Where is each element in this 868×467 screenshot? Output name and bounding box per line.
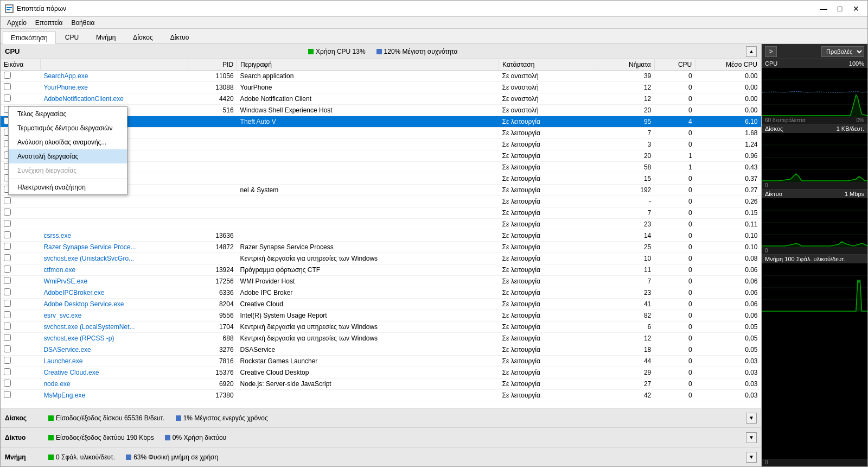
table-row[interactable]: Σε λειτουργία 23 0 0.11 — [1, 219, 761, 230]
table-row[interactable]: Adobe Desktop Service.exe 8204 Creative … — [1, 299, 761, 310]
process-avg-cpu: 0.06 — [695, 299, 761, 310]
process-checkbox[interactable] — [1, 276, 40, 287]
close-button[interactable]: ✕ — [849, 3, 863, 14]
process-checkbox[interactable] — [1, 299, 40, 310]
process-status: Σε αναστολή — [499, 82, 597, 93]
context-menu-suspend[interactable]: Αναστολή διεργασίας — [9, 149, 127, 163]
process-checkbox[interactable] — [1, 367, 40, 378]
table-row[interactable]: DSAService.exe 3276 DSAService Σε λειτου… — [1, 344, 761, 356]
network-collapse-button[interactable]: ▼ — [746, 432, 757, 443]
tab-bar: Επισκόπηση CPU Μνήμη Δίσκος Δίκτυο — [1, 29, 867, 44]
process-checkbox[interactable] — [1, 287, 40, 299]
col-desc[interactable]: Περιγραφή — [237, 59, 499, 71]
context-menu: Τέλος διεργασίας Τερματισμός δέντρου διε… — [8, 106, 127, 195]
maximize-button[interactable]: □ — [833, 3, 847, 14]
process-name: csrss.exe — [40, 230, 188, 242]
table-row[interactable]: Launcher.exe 7816 Rockstar Games Launche… — [1, 356, 761, 367]
right-panel-views-dropdown[interactable]: Προβολές — [821, 46, 864, 57]
table-row[interactable]: SearchApp.exe 11056 Search application Σ… — [1, 71, 761, 82]
menu-file[interactable]: Αρχείο — [3, 18, 31, 28]
col-icon[interactable]: Εικόνα — [1, 59, 40, 71]
table-row[interactable]: AdobeIPCBroker.exe 6336 Adobe IPC Broker… — [1, 287, 761, 299]
menu-help[interactable]: Βοήθεια — [67, 18, 99, 28]
process-checkbox[interactable] — [1, 321, 40, 333]
table-row[interactable]: Creative Cloud.exe 15376 Creative Cloud … — [1, 367, 761, 378]
process-checkbox[interactable] — [1, 219, 40, 230]
tab-network[interactable]: Δίκτυο — [162, 31, 197, 43]
context-menu-end-process[interactable]: Τέλος διεργασίας — [9, 107, 127, 121]
process-checkbox[interactable] — [1, 344, 40, 356]
table-row[interactable]: YourPhone.exe 13088 YourPhone Σε αναστολ… — [1, 82, 761, 93]
cpu-graph-footer: 60 δευτερόλεπτα 0% — [762, 117, 867, 124]
table-row[interactable]: svchost.exe (LocalSystemNet... 1704 Κεντ… — [1, 321, 761, 333]
process-avg-cpu: 0.06 — [695, 310, 761, 321]
process-checkbox[interactable] — [1, 378, 40, 390]
menu-monitor[interactable]: Εποπτεία — [31, 18, 67, 28]
col-status[interactable]: Κατάσταση — [499, 59, 597, 71]
process-cpu: 0 — [654, 128, 695, 139]
tab-memory[interactable]: Μνήμη — [88, 31, 124, 43]
table-row[interactable]: Razer Synapse Service Proce... 14872 Raz… — [1, 242, 761, 253]
process-checkbox[interactable] — [1, 230, 40, 242]
col-avg-cpu[interactable]: Μέσο CPU — [695, 59, 761, 71]
table-row[interactable]: Σε λειτουργία - 0 0.26 — [1, 196, 761, 207]
process-checkbox[interactable] — [1, 264, 40, 276]
memory-section: Μνήμη 0 Σφάλ. υλικού/δευτ. 63% Φυσική μν… — [1, 447, 761, 466]
col-name[interactable] — [40, 59, 188, 71]
process-threads: 44 — [597, 356, 655, 367]
title-bar-controls: — □ ✕ — [816, 3, 863, 14]
process-checkbox[interactable] — [1, 207, 40, 219]
table-row[interactable]: MsMpEng.exe 17380 Σε λειτουργία 42 0 0.0… — [1, 390, 761, 401]
process-checkbox[interactable] — [1, 93, 40, 105]
process-checkbox[interactable] — [1, 253, 40, 264]
col-pid[interactable]: PID — [188, 59, 237, 71]
process-checkbox[interactable] — [1, 196, 40, 207]
tab-cpu[interactable]: CPU — [57, 31, 87, 43]
window-title: Εποπτεία πόρων — [17, 5, 66, 12]
table-row[interactable]: svchost.exe (UnistackSvcGro... Κεντρική … — [1, 253, 761, 264]
process-avg-cpu: 0.05 — [695, 321, 761, 333]
tab-overview[interactable]: Επισκόπηση — [3, 31, 56, 44]
memory-graph-title: Μνήμη 100 Σφάλ. υλικού/δευτ. — [765, 256, 846, 262]
col-cpu[interactable]: CPU — [654, 59, 695, 71]
process-desc: Theft Auto V — [237, 116, 499, 128]
cpu-graph-section: CPU 100% — [762, 59, 867, 124]
table-row[interactable]: ctfmon.exe 13924 Πρόγραμμα φόρτωσης CTF … — [1, 264, 761, 276]
network-section: Δίκτυο Είσοδος/έξοδος δικτύου 190 Kbps 0… — [1, 427, 761, 447]
table-row[interactable]: AdobeNotificationClient.exe 4420 Adobe N… — [1, 93, 761, 105]
process-checkbox[interactable] — [1, 356, 40, 367]
tab-disk[interactable]: Δίσκος — [125, 31, 161, 43]
context-menu-end-tree[interactable]: Τερματισμός δέντρου διεργασιών — [9, 121, 127, 135]
disk-collapse-button[interactable]: ▼ — [746, 413, 757, 424]
process-desc: Adobe IPC Broker — [237, 287, 499, 299]
svg-rect-1 — [7, 7, 12, 8]
table-row[interactable]: WmiPrvSE.exe 17256 WMI Provider Host Σε … — [1, 276, 761, 287]
process-status: Σε αναστολή — [499, 93, 597, 105]
table-row[interactable]: node.exe 6920 Node.js: Server-side JavaS… — [1, 378, 761, 390]
table-row[interactable]: csrss.exe 13636 Σε λειτουργία 14 0 0.10 — [1, 230, 761, 242]
process-checkbox[interactable] — [1, 310, 40, 321]
context-menu-search-online[interactable]: Ηλεκτρονική αναζήτηση — [9, 180, 127, 194]
process-status: Σε λειτουργία — [499, 128, 597, 139]
table-row[interactable]: esrv_svc.exe 9556 Intel(R) System Usage … — [1, 310, 761, 321]
process-pid: 7816 — [188, 356, 237, 367]
col-threads[interactable]: Νήματα — [597, 59, 655, 71]
process-desc — [237, 207, 499, 219]
memory-collapse-button[interactable]: ▼ — [746, 452, 757, 463]
process-checkbox[interactable] — [1, 82, 40, 93]
process-checkbox[interactable] — [1, 390, 40, 401]
context-menu-analyze-chain[interactable]: Ανάλυση αλυσίδας αναμονής... — [9, 135, 127, 149]
minimize-button[interactable]: — — [816, 3, 831, 14]
disk-graph-area — [762, 133, 867, 182]
cpu-collapse-button[interactable]: ▲ — [746, 46, 757, 57]
process-checkbox[interactable] — [1, 242, 40, 253]
process-cpu: 0 — [654, 230, 695, 242]
table-row[interactable]: svchost.exe (RPCSS -p) 688 Κεντρική διερ… — [1, 333, 761, 344]
process-checkbox[interactable] — [1, 71, 40, 82]
process-pid — [188, 139, 237, 150]
process-threads: 29 — [597, 367, 655, 378]
table-row[interactable]: Σε λειτουργία 7 0 0.15 — [1, 207, 761, 219]
right-panel-expand-button[interactable]: > — [765, 46, 777, 57]
process-checkbox[interactable] — [1, 333, 40, 344]
process-status: Σε αναστολή — [499, 105, 597, 116]
